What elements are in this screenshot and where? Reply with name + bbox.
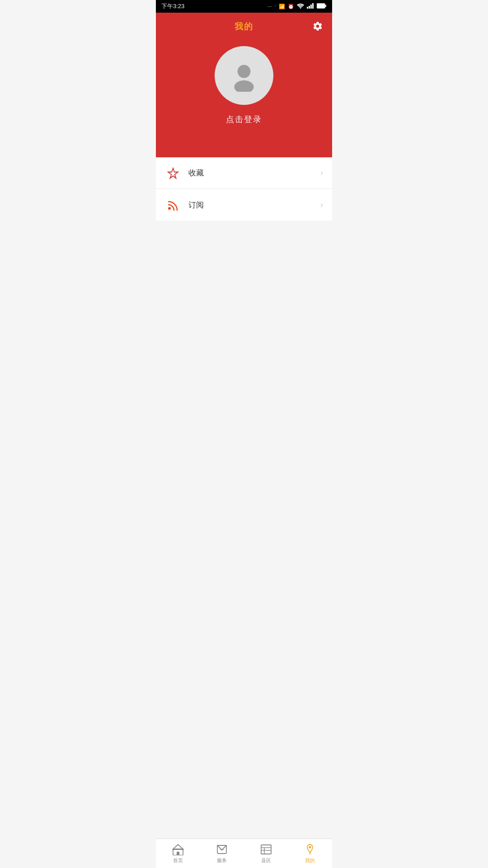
bluetooth-icon: ⋅: [274, 4, 276, 9]
page-title: 我的: [235, 21, 253, 33]
status-time: 下午3:23: [161, 2, 184, 10]
favorites-menu-item[interactable]: 收藏 ›: [156, 157, 332, 189]
subscriptions-arrow: ›: [320, 200, 323, 210]
svg-rect-4: [312, 3, 314, 9]
favorites-label: 收藏: [188, 168, 320, 178]
svg-point-0: [300, 8, 301, 9]
svg-rect-6: [325, 5, 326, 7]
svg-point-9: [168, 207, 171, 210]
status-icons: ··· ⋅ 📶 ⏰: [267, 3, 327, 9]
battery-icon: [317, 3, 327, 9]
login-text[interactable]: 点击登录: [226, 114, 262, 125]
svg-rect-5: [317, 4, 325, 8]
content-spacer: [156, 221, 332, 352]
subscriptions-menu-item[interactable]: 订阅 ›: [156, 189, 332, 221]
settings-icon[interactable]: [312, 21, 323, 34]
svg-rect-2: [309, 6, 310, 9]
menu-list: 收藏 › 订阅 ›: [156, 157, 332, 221]
hero-section: 我的 点击登录: [156, 13, 332, 157]
svg-rect-3: [310, 5, 312, 9]
svg-rect-1: [307, 7, 308, 9]
subscriptions-label: 订阅: [188, 200, 320, 210]
status-bar: 下午3:23 ··· ⋅ 📶 ⏰: [156, 0, 332, 13]
svg-point-8: [234, 80, 253, 92]
svg-point-7: [238, 65, 251, 78]
bluetooth-b-icon: 📶: [279, 4, 285, 9]
wifi-icon: [297, 3, 304, 9]
rss-icon: [165, 197, 181, 213]
star-icon: [165, 165, 181, 181]
avatar[interactable]: [215, 46, 273, 105]
favorites-arrow: ›: [320, 168, 323, 178]
signal-icon: [307, 3, 314, 9]
alarm-icon: ⏰: [288, 4, 294, 9]
dots-icon: ···: [267, 4, 272, 9]
